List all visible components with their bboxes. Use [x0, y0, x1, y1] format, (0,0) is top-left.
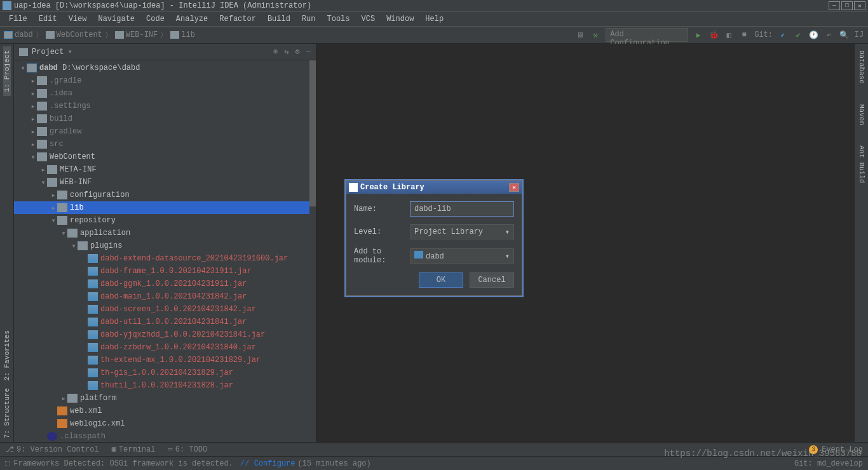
tab-todo[interactable]: ≔ 6: TODO — [168, 445, 207, 454]
breadcrumb-item[interactable]: lib — [170, 30, 195, 39]
run-config-select[interactable]: Add Configuration... — [606, 28, 688, 42]
hammer-icon[interactable]: ⚒ — [590, 30, 600, 40]
chevron-down-icon[interactable]: ▾ — [67, 47, 72, 57]
tab-favorites[interactable]: 2: Favorites — [3, 326, 11, 384]
stop-icon[interactable]: ■ — [739, 30, 749, 40]
tree-folder[interactable]: ▸.settings — [14, 100, 316, 112]
ide-icon[interactable]: IJ — [854, 30, 864, 40]
tab-database[interactable]: Database — [858, 46, 865, 88]
menu-analyze[interactable]: Analyze — [171, 13, 213, 25]
target-icon[interactable]: ⊕ — [273, 47, 278, 57]
tree-folder-selected[interactable]: ▸lib — [14, 201, 316, 214]
module-label: Add to module: — [354, 247, 410, 265]
folder-icon — [170, 31, 179, 39]
tree-folder[interactable]: ▸platform — [14, 392, 316, 405]
close-button[interactable]: ✕ — [854, 1, 865, 10]
tree-file[interactable]: .classpath — [14, 430, 316, 442]
menu-edit[interactable]: Edit — [34, 13, 62, 25]
tree-jar[interactable]: dabd-extend-datasource_20210423191600.ja… — [14, 252, 316, 265]
hide-icon[interactable]: — — [306, 47, 311, 57]
tree-jar[interactable]: dabd-util_1.0.0.202104231841.jar — [14, 316, 316, 328]
collapse-icon[interactable]: ⇆ — [284, 47, 288, 57]
jar-icon — [88, 381, 98, 390]
level-select[interactable]: Project Library▾ — [410, 224, 514, 239]
run-icon[interactable]: ▶ — [693, 30, 703, 40]
debug-icon[interactable]: 🐞 — [709, 30, 719, 40]
dialog-close-button[interactable]: ✕ — [509, 183, 519, 192]
cancel-button[interactable]: Cancel — [470, 272, 514, 288]
tree-jar[interactable]: dabd-ggmk_1.0.0.202104231911.jar — [14, 278, 316, 290]
tree-folder[interactable]: ▾plugins — [14, 239, 316, 252]
jar-icon — [88, 292, 98, 301]
tree-jar[interactable]: dabd-main_1.0.0.202104231842.jar — [14, 290, 316, 303]
coverage-icon[interactable]: ◧ — [724, 30, 734, 40]
tree-file[interactable]: weblogic.xml — [14, 417, 316, 430]
commit-icon[interactable]: ✔ — [793, 30, 803, 40]
menu-navigate[interactable]: Navigate — [93, 13, 140, 25]
tree-jar[interactable]: dabd-frame_1.0.0.202104231911.jar — [14, 265, 316, 278]
tree-file[interactable]: web.xml — [14, 405, 316, 417]
breadcrumb-item[interactable]: WEB-INF — [115, 30, 158, 39]
menu-build[interactable]: Build — [262, 13, 295, 25]
menu-vcs[interactable]: VCS — [356, 13, 381, 25]
tab-ant[interactable]: Ant Build — [858, 142, 865, 187]
scrollbar-thumb[interactable] — [309, 60, 316, 206]
menubar: File Edit View Navigate Code Analyze Ref… — [0, 12, 868, 26]
jar-icon — [88, 267, 98, 276]
tree-jar[interactable]: dabd-screen_1.0.0.202104231842.jar — [14, 303, 316, 316]
tree-jar[interactable]: dabd-zzbdrw_1.0.0.202104231840.jar — [14, 341, 316, 354]
tree-folder[interactable]: ▾WebContent — [14, 151, 316, 163]
menu-help[interactable]: Help — [420, 13, 449, 25]
ok-button[interactable]: OK — [419, 272, 463, 288]
tab-vcs[interactable]: ⎇ 9: Version Control — [5, 445, 99, 454]
tree-folder[interactable]: ▸gradlew — [14, 125, 316, 138]
menu-file[interactable]: File — [4, 13, 32, 25]
minimize-button[interactable]: — — [829, 1, 840, 10]
folder-icon — [57, 216, 67, 225]
name-input[interactable] — [410, 201, 514, 217]
tree-jar[interactable]: dabd-yjqxzhdd_1.0.0.202104231841.jar — [14, 328, 316, 341]
tree-folder[interactable]: ▾application — [14, 227, 316, 239]
status-configure-link[interactable]: // Configure — [236, 459, 295, 468]
tree-jar[interactable]: th-gis_1.0.0.202104231829.jar — [14, 366, 316, 379]
maximize-button[interactable]: □ — [841, 1, 853, 10]
tree-folder[interactable]: ▸META-INF — [14, 163, 316, 176]
tree-folder[interactable]: ▸.idea — [14, 87, 316, 100]
scrollbar[interactable] — [309, 60, 316, 442]
menu-run[interactable]: Run — [297, 13, 321, 25]
tab-maven[interactable]: Maven — [858, 100, 865, 129]
tree-root[interactable]: ▾dabd D:\workspace\dabd — [14, 62, 316, 74]
tree-folder[interactable]: ▾WEB-INF — [14, 176, 316, 189]
status-msg-icon: ⬚ — [5, 459, 10, 468]
menu-window[interactable]: Window — [381, 13, 419, 25]
navigation-toolbar: dabd 〉 WebContent 〉 WEB-INF 〉 lib 🖥 ⚒ Ad… — [0, 26, 868, 44]
breadcrumb-item[interactable]: dabd — [4, 30, 33, 39]
window-title: uap-idea [D:\workspace4\uap-idea] - Inte… — [14, 1, 311, 10]
search-icon[interactable]: 🔍 — [839, 30, 849, 40]
tab-project[interactable]: 1: Project — [3, 46, 11, 96]
module-select[interactable]: dabd▾ — [410, 248, 514, 264]
device-icon[interactable]: 🖥 — [575, 30, 585, 40]
menu-refactor[interactable]: Refactor — [214, 13, 261, 25]
tab-structure[interactable]: 7: Structure — [3, 384, 11, 442]
jar-icon — [88, 330, 98, 339]
tree-folder[interactable]: ▸.gradle — [14, 74, 316, 87]
menu-code[interactable]: Code — [141, 13, 170, 25]
menu-view[interactable]: View — [64, 13, 92, 25]
tree-folder[interactable]: ▸src — [14, 138, 316, 151]
dialog-titlebar[interactable]: Create Library ✕ — [346, 181, 522, 194]
tree-jar[interactable]: thutil_1.0.0.202104231828.jar — [14, 379, 316, 392]
tab-terminal[interactable]: ▣ Terminal — [112, 445, 156, 454]
tree-jar[interactable]: th-extend-mx_1.0.0.202104231829.jar — [14, 354, 316, 366]
breadcrumb-item[interactable]: WebContent — [46, 30, 102, 39]
tree-folder[interactable]: ▸build — [14, 112, 316, 125]
tree-folder[interactable]: ▾repository — [14, 214, 316, 227]
status-git[interactable]: Git: md_develop — [794, 459, 863, 468]
menu-tools[interactable]: Tools — [322, 13, 355, 25]
project-tree[interactable]: ▾dabd D:\workspace\dabd ▸.gradle ▸.idea … — [14, 60, 316, 442]
gear-icon[interactable]: ⚙ — [295, 47, 300, 57]
tree-folder[interactable]: ▸configuration — [14, 189, 316, 201]
history-icon[interactable]: 🕐 — [808, 30, 818, 40]
update-icon[interactable]: ⬋ — [778, 30, 788, 40]
revert-icon[interactable]: ↶ — [824, 30, 834, 40]
